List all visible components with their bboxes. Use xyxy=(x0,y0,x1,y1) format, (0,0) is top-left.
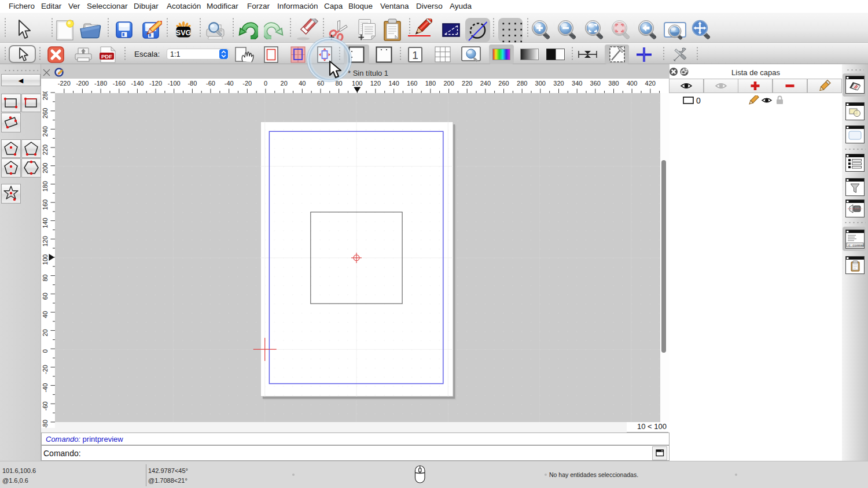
svg-text:200: 200 xyxy=(443,80,454,87)
svg-text:-20: -20 xyxy=(242,80,252,87)
svg-text:-220: -220 xyxy=(58,80,71,87)
svg-text:180: 180 xyxy=(425,80,436,87)
svg-text:100: 100 xyxy=(352,80,362,87)
svg-text:80: 80 xyxy=(42,275,49,282)
svg-text:360: 360 xyxy=(590,80,601,87)
svg-text:40: 40 xyxy=(42,311,49,318)
svg-text:-140: -140 xyxy=(131,80,144,87)
svg-text:-60: -60 xyxy=(206,80,215,87)
svg-text:1: 1 xyxy=(412,49,418,61)
svg-text:20: 20 xyxy=(281,80,288,87)
svg-text:0: 0 xyxy=(42,349,49,353)
svg-text:120: 120 xyxy=(42,236,49,246)
svg-text:-60: -60 xyxy=(42,401,49,411)
svg-text:340: 340 xyxy=(572,80,582,87)
svg-text:-40: -40 xyxy=(42,383,49,393)
svg-text:-200: -200 xyxy=(76,80,89,87)
svg-text:-40: -40 xyxy=(225,80,234,87)
svg-text:-100: -100 xyxy=(168,80,181,87)
svg-text:420: 420 xyxy=(645,80,656,87)
svg-text:-180: -180 xyxy=(94,80,107,87)
svg-text:320: 320 xyxy=(553,80,564,87)
svg-text:400: 400 xyxy=(627,80,637,87)
svg-text:300: 300 xyxy=(535,80,546,87)
svg-text:PDF: PDF xyxy=(101,53,112,60)
svg-text:140: 140 xyxy=(42,218,49,228)
svg-text:280: 280 xyxy=(517,80,527,87)
svg-text:180: 180 xyxy=(42,181,49,191)
svg-text:160: 160 xyxy=(407,80,417,87)
svg-text:120: 120 xyxy=(370,80,381,87)
svg-text:-20: -20 xyxy=(42,365,49,374)
svg-text:140: 140 xyxy=(388,80,399,87)
svg-text:260: 260 xyxy=(498,80,509,87)
svg-text:280: 280 xyxy=(42,91,49,100)
svg-text:200: 200 xyxy=(42,163,49,173)
svg-text:240: 240 xyxy=(42,126,49,136)
svg-text:20: 20 xyxy=(42,329,49,336)
svg-text:SVG: SVG xyxy=(176,29,191,37)
svg-text:-80: -80 xyxy=(187,80,197,87)
svg-text:0: 0 xyxy=(264,80,267,87)
svg-text:-120: -120 xyxy=(149,80,162,87)
svg-text:240: 240 xyxy=(480,80,491,87)
svg-text:220: 220 xyxy=(462,80,472,87)
svg-text:260: 260 xyxy=(42,108,49,119)
svg-text:60: 60 xyxy=(42,293,49,300)
svg-text:40: 40 xyxy=(299,80,306,87)
svg-text:380: 380 xyxy=(608,80,619,87)
svg-text:c command: c command xyxy=(848,243,864,247)
svg-text:220: 220 xyxy=(42,145,49,155)
svg-text:160: 160 xyxy=(42,199,49,210)
svg-text:100: 100 xyxy=(42,254,49,265)
svg-text:-80: -80 xyxy=(42,420,49,428)
svg-text:-160: -160 xyxy=(113,80,126,87)
